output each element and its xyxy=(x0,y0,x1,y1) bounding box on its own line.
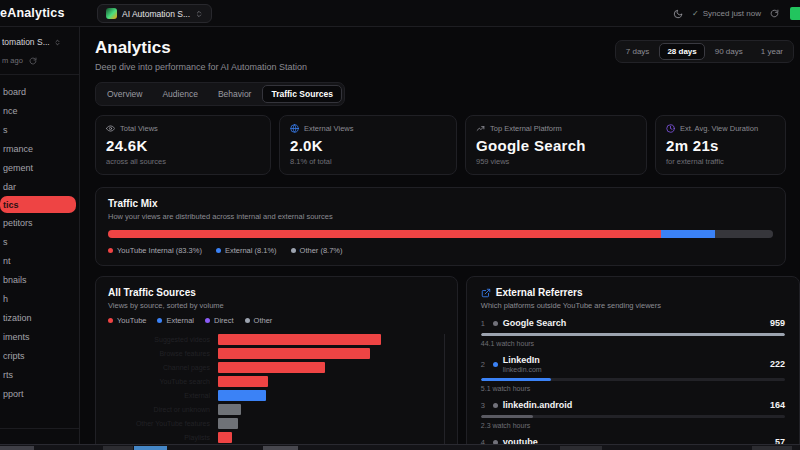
tab-overview[interactable]: Overview xyxy=(98,85,151,103)
chart-row-label: Direct or unknown xyxy=(108,406,218,413)
sidebar-channel-label: tomation S... xyxy=(2,37,50,47)
referrer-row-top: 2LinkedInlinkedin.com222 xyxy=(481,355,785,373)
chart-row-plot xyxy=(218,362,445,373)
sidebar-item-tization[interactable]: tization xyxy=(0,308,79,327)
legend-dot xyxy=(245,318,250,323)
external-referrers-subtitle: Which platforms outside YouTube are send… xyxy=(481,301,785,310)
sidebar-item-tics[interactable]: tics xyxy=(0,196,76,213)
referrer-row[interactable]: 2LinkedInlinkedin.com2225.1 watch hours xyxy=(481,355,785,392)
channel-selector[interactable]: AI Automation S... xyxy=(97,4,212,23)
time-range-group: 7 days28 days90 days1 year xyxy=(615,40,794,63)
tab-audience[interactable]: Audience xyxy=(153,85,206,103)
chart-bar[interactable] xyxy=(218,362,325,373)
tab-behavior[interactable]: Behavior xyxy=(209,85,261,103)
sidebar-item-rts[interactable]: rts xyxy=(0,365,79,384)
legend-dot xyxy=(205,318,210,323)
referrer-value: 222 xyxy=(770,359,785,369)
chart-bar[interactable] xyxy=(218,432,232,443)
taskbar-item[interactable] xyxy=(0,446,34,450)
sidebar-item-rmance[interactable]: rmance xyxy=(0,139,79,158)
stat-card: Total Views24.6Kacross all sources xyxy=(95,115,271,175)
chevrons-updown-icon xyxy=(54,39,61,46)
time-range-90-days[interactable]: 90 days xyxy=(707,43,751,60)
refresh-icon[interactable] xyxy=(29,57,37,65)
tab-traffic-sources[interactable]: Traffic Sources xyxy=(262,85,341,103)
sidebar-channel-selector[interactable]: tomation S... xyxy=(0,27,79,47)
chart-row-plot xyxy=(218,348,445,359)
chart-bar[interactable] xyxy=(218,334,381,345)
referrer-row[interactable]: 1Google Search95944.1 watch hours xyxy=(481,318,785,347)
chart-row: Direct or unknown xyxy=(108,404,445,415)
chart-row-plot xyxy=(218,390,445,401)
sidebar-item-gement[interactable]: gement xyxy=(0,158,79,177)
chart-row-label: YouTube search xyxy=(108,378,218,385)
sidebar-item-h[interactable]: h xyxy=(0,289,79,308)
referrer-list: 1Google Search95944.1 watch hours2Linked… xyxy=(481,318,785,450)
time-range-7-days[interactable]: 7 days xyxy=(618,43,658,60)
referrer-value: 164 xyxy=(770,400,785,410)
chart-row-label: External xyxy=(108,392,218,399)
sidebar-item-board[interactable]: board xyxy=(0,82,79,101)
taskbar-item[interactable] xyxy=(752,446,792,450)
time-range-1-year[interactable]: 1 year xyxy=(753,43,791,60)
sidebar-item-nce[interactable]: nce xyxy=(0,101,79,120)
referrer-dot xyxy=(493,403,498,408)
legend-item: External (8.1%) xyxy=(216,246,277,255)
taskbar-item[interactable] xyxy=(263,446,298,450)
sidebar-item-petitors[interactable]: petitors xyxy=(0,213,79,232)
sidebar-item-iments[interactable]: iments xyxy=(0,327,79,346)
traffic-mix-subtitle: How your views are distributed across in… xyxy=(108,212,773,221)
referrer-watch-hours: 2.3 watch hours xyxy=(481,422,785,429)
referrer-bar-track xyxy=(481,378,785,381)
globe-icon xyxy=(290,124,299,133)
sidebar-nav: boardncesrmancegementdarticspetitorssntb… xyxy=(0,82,79,403)
user-avatar[interactable] xyxy=(790,7,800,20)
chart-row-plot xyxy=(218,376,445,387)
referrer-rank: 1 xyxy=(481,319,488,328)
taskbar-item[interactable] xyxy=(134,446,167,450)
sidebar-divider xyxy=(0,74,79,75)
clock-icon xyxy=(666,124,675,133)
mix-segment-external xyxy=(661,230,715,238)
stat-card-header: Ext. Avg. View Duration xyxy=(666,124,775,133)
taskbar-item[interactable] xyxy=(560,446,602,450)
chart-row: Playlists xyxy=(108,432,445,443)
chart-row: Browse features xyxy=(108,348,445,359)
trending-up-icon xyxy=(476,124,485,133)
sidebar-bottom-divider xyxy=(0,428,79,429)
external-link-icon xyxy=(481,288,491,298)
referrer-bar-track xyxy=(481,415,785,418)
chart-row: External xyxy=(108,390,445,401)
sidebar-item-cripts[interactable]: cripts xyxy=(0,346,79,365)
legend-item: External xyxy=(157,316,194,325)
stat-card-header: Total Views xyxy=(106,124,260,133)
sidebar-item-s[interactable]: s xyxy=(0,120,79,139)
referrer-row[interactable]: 3linkedin.android1642.3 watch hours xyxy=(481,400,785,429)
refresh-icon[interactable] xyxy=(770,9,779,18)
app-window: eAnalytics AI Automation S... ✓ Synced j… xyxy=(0,0,800,450)
time-range-28-days[interactable]: 28 days xyxy=(659,43,704,60)
chart-row-label: Channel pages xyxy=(108,364,218,371)
moon-icon[interactable] xyxy=(673,9,683,19)
os-taskbar[interactable] xyxy=(0,444,800,450)
referrer-rank: 2 xyxy=(481,360,488,369)
stat-card-header: Top External Platform xyxy=(476,124,636,133)
referrer-row-top: 1Google Search959 xyxy=(481,318,785,328)
sidebar-item-dar[interactable]: dar xyxy=(0,177,79,196)
chart-bar[interactable] xyxy=(218,376,268,387)
stat-card-subtext: 8.1% of total xyxy=(290,157,446,166)
chart-bar[interactable] xyxy=(218,404,241,415)
traffic-sources-panel: All Traffic Sources Views by source, sor… xyxy=(95,276,458,450)
chart-bar[interactable] xyxy=(218,418,238,429)
sidebar-item-nt[interactable]: nt xyxy=(0,251,79,270)
stat-card-label: External Views xyxy=(304,124,353,133)
chart-bar[interactable] xyxy=(218,390,266,401)
sidebar-item-bnails[interactable]: bnails xyxy=(0,270,79,289)
sidebar-item-s[interactable]: s xyxy=(0,232,79,251)
sync-status: ✓ Synced just now xyxy=(692,9,761,18)
channel-selector-label: AI Automation S... xyxy=(122,9,190,19)
chart-bar[interactable] xyxy=(218,348,370,359)
taskbar-item[interactable] xyxy=(103,446,133,450)
sidebar-item-pport[interactable]: pport xyxy=(0,384,79,403)
stat-card-subtext: across all sources xyxy=(106,157,260,166)
